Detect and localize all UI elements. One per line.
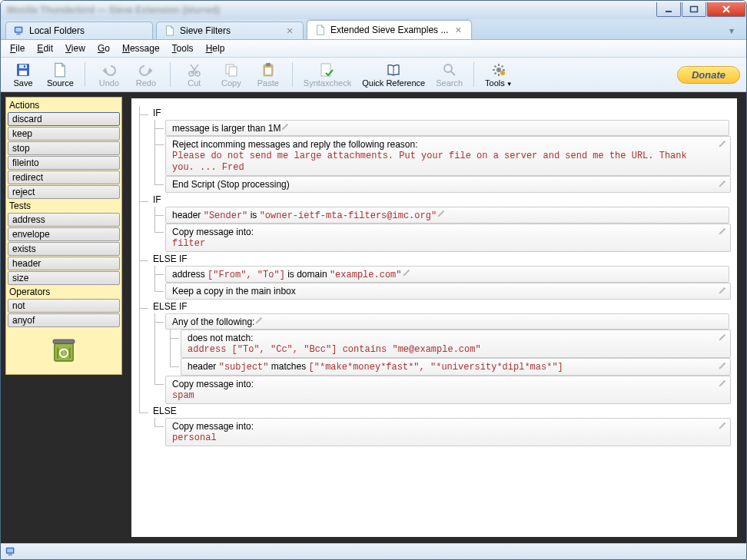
condition-row[interactable]: Any of the following: xyxy=(165,313,729,330)
toolbar-undo-button: Undo xyxy=(93,61,125,89)
keyword-if: IF xyxy=(150,106,731,120)
editor-block: IFheader "Sender" is "owner-ietf-mta-fil… xyxy=(134,193,731,252)
palette-item-fileinto[interactable]: fileinto xyxy=(8,156,120,170)
palette-item-discard[interactable]: discard xyxy=(8,112,120,126)
tab-sieve-filters[interactable]: Sieve Filters× xyxy=(156,22,304,39)
menu-message[interactable]: Message xyxy=(116,41,166,55)
pencil-icon[interactable] xyxy=(718,379,727,390)
condition-row[interactable]: address ["From", "To"] is domain "exampl… xyxy=(165,266,729,283)
pencil-icon[interactable] xyxy=(718,421,727,432)
search-icon xyxy=(442,62,457,78)
palette-item-header[interactable]: header xyxy=(8,257,120,270)
tab-close-icon[interactable]: × xyxy=(453,25,463,35)
toolbar-syntaxcheck-button: Syntaxcheck xyxy=(300,61,354,89)
keyword-else: ELSE xyxy=(150,404,731,418)
book-icon xyxy=(386,62,401,78)
pencil-icon[interactable] xyxy=(718,179,727,191)
svg-rect-8 xyxy=(24,65,25,68)
toolbar-label: Paste xyxy=(257,78,279,88)
disk-icon xyxy=(15,62,31,78)
editor-row[interactable]: Keep a copy in the main inbox xyxy=(165,283,731,300)
pencil-icon[interactable] xyxy=(402,269,411,280)
editor-row[interactable]: Copy message into:filter xyxy=(165,224,731,252)
cut-icon xyxy=(187,62,202,78)
status-monitor-icon xyxy=(5,546,16,557)
keyword-if: IF xyxy=(150,193,731,207)
toolbar-save-button[interactable]: Save xyxy=(7,61,39,89)
toolbar-label: Cut xyxy=(188,78,201,88)
close-button[interactable] xyxy=(707,2,745,17)
palette-item-size[interactable]: size xyxy=(8,271,120,285)
palette-item-exists[interactable]: exists xyxy=(8,242,120,256)
palette-item-reject[interactable]: reject xyxy=(8,185,120,199)
menu-edit[interactable]: Edit xyxy=(31,41,59,55)
palette-group-operators: Operators xyxy=(8,286,120,298)
toolbar-paste-button: Paste xyxy=(252,61,284,89)
condition-row[interactable]: header "Sender" is "owner-ietf-mta-filte… xyxy=(165,207,729,224)
editor-row[interactable]: Reject incomming messages and reply the … xyxy=(165,136,731,176)
toolbar-label: Save xyxy=(13,78,32,88)
statusbar xyxy=(1,543,746,559)
menu-help[interactable]: Help xyxy=(200,41,231,55)
palette-item-address[interactable]: address xyxy=(8,213,120,227)
svg-rect-1 xyxy=(691,7,698,12)
pencil-icon[interactable] xyxy=(281,123,290,134)
trash-dropzone[interactable] xyxy=(8,328,120,373)
menubar: FileEditViewGoMessageToolsHelp xyxy=(1,40,746,58)
toolbar-cut-button: Cut xyxy=(178,61,211,89)
toolbar-label: Copy xyxy=(221,78,241,88)
keyword-else-if: ELSE IF xyxy=(150,300,731,313)
tab-label: Local Folders xyxy=(29,25,144,36)
pencil-icon[interactable] xyxy=(718,333,727,344)
pencil-icon[interactable] xyxy=(718,361,727,373)
palette-item-redirect[interactable]: redirect xyxy=(8,171,120,184)
page-icon xyxy=(52,62,68,78)
toolbar-label: Redo xyxy=(136,78,156,88)
donate-button[interactable]: Donate xyxy=(677,66,740,84)
menu-file[interactable]: File xyxy=(4,41,31,55)
maximize-button[interactable] xyxy=(682,2,706,17)
condition-row[interactable]: message is larger than 1M xyxy=(165,120,729,136)
menu-go[interactable]: Go xyxy=(91,41,116,55)
app-window: Mozilla Thunderbird — Sieve Extension (b… xyxy=(0,0,747,560)
sidebar-palette: Actionsdiscardkeepstopfileintoredirectre… xyxy=(5,97,122,375)
tab-close-icon[interactable]: × xyxy=(284,25,295,36)
tab-label: Sieve Filters xyxy=(180,25,280,36)
pencil-icon[interactable] xyxy=(718,139,727,151)
pencil-icon[interactable] xyxy=(718,286,727,297)
pencil-icon[interactable] xyxy=(254,316,264,327)
editor-row[interactable]: Copy message into:spam xyxy=(165,376,731,404)
pencil-icon[interactable] xyxy=(437,210,446,220)
editor-pane[interactable]: IFmessage is larger than 1MReject incomm… xyxy=(131,98,737,537)
editor-block: ELSE IFAny of the following:does not mat… xyxy=(134,300,731,404)
palette-group-actions: Actions xyxy=(8,99,120,111)
toolbar-search-button: Search xyxy=(433,61,466,89)
palette-item-envelope[interactable]: envelope xyxy=(8,227,120,241)
tabstrip-dropdown-icon[interactable]: ▾ xyxy=(729,25,742,38)
menu-view[interactable]: View xyxy=(59,41,91,55)
palette-item-stop[interactable]: stop xyxy=(8,141,120,155)
keyword-else-if: ELSE IF xyxy=(150,252,731,266)
pencil-icon[interactable] xyxy=(718,227,727,238)
toolbar-separator xyxy=(85,62,85,87)
palette-item-anyof[interactable]: anyof xyxy=(8,313,120,327)
editor-row[interactable]: header "subject" matches ["*make*money*f… xyxy=(181,358,731,376)
undo-icon xyxy=(101,62,117,78)
editor-row[interactable]: Copy message into:personal xyxy=(165,418,731,446)
editor-row[interactable]: does not match:address ["To", "Cc", "Bcc… xyxy=(181,330,731,358)
toolbar-quickref-button[interactable]: Quick Reference xyxy=(359,61,428,89)
toolbar-tools-button[interactable]: Tools▼ xyxy=(482,61,516,89)
tab-local-folders[interactable]: Local Folders xyxy=(5,22,153,39)
copy-icon xyxy=(224,62,239,78)
window-buttons xyxy=(656,2,745,17)
editor-row[interactable]: End Script (Stop processing) xyxy=(165,176,731,193)
palette-item-not[interactable]: not xyxy=(8,299,120,313)
monitor-icon xyxy=(14,25,25,36)
svg-rect-6 xyxy=(19,65,27,68)
toolbar-source-button[interactable]: Source xyxy=(44,61,77,89)
menu-tools[interactable]: Tools xyxy=(166,41,200,55)
toolbar-label: Tools▼ xyxy=(485,78,513,88)
minimize-button[interactable] xyxy=(656,2,681,17)
tab-extended-sieve-examples-[interactable]: Extended Sieve Examples ...× xyxy=(307,20,472,39)
palette-item-keep[interactable]: keep xyxy=(8,127,120,141)
